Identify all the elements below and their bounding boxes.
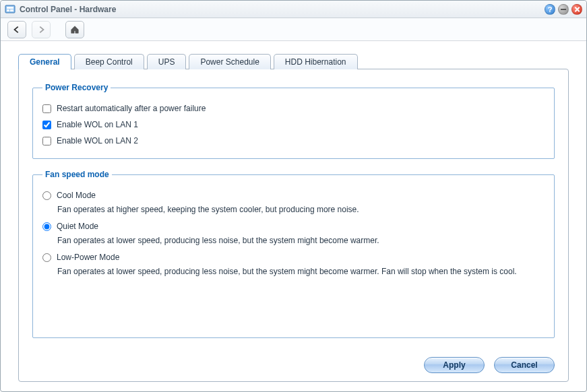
fan-speed-legend: Fan speed mode bbox=[42, 170, 112, 179]
svg-rect-2 bbox=[7, 9, 9, 11]
tab-power-schedule[interactable]: Power Schedule bbox=[189, 54, 270, 69]
nav-toolbar bbox=[1, 18, 586, 41]
home-button[interactable] bbox=[65, 21, 84, 38]
fan-quiet-label: Quiet Mode bbox=[57, 222, 98, 231]
help-button[interactable]: ? bbox=[545, 4, 555, 15]
fan-quiet-option[interactable]: Quiet Mode bbox=[42, 218, 545, 234]
power-recovery-legend: Power Recovery bbox=[42, 83, 111, 92]
tab-panel-general: Power Recovery Restart automatically aft… bbox=[18, 69, 569, 382]
fan-low-desc: Fan operates at lower speed, producing l… bbox=[57, 267, 545, 276]
fan-speed-group: Fan speed mode Cool Mode Fan operates at… bbox=[32, 170, 555, 338]
power-recovery-group: Power Recovery Restart automatically aft… bbox=[32, 83, 555, 159]
content-area: General Beep Control UPS Power Schedule … bbox=[1, 41, 586, 391]
wol-lan1-option[interactable]: Enable WOL on LAN 1 bbox=[42, 117, 545, 133]
tab-strip: General Beep Control UPS Power Schedule … bbox=[18, 53, 569, 69]
fan-low-option[interactable]: Low-Power Mode bbox=[42, 249, 545, 265]
wol-lan2-label: Enable WOL on LAN 2 bbox=[57, 136, 138, 145]
fan-cool-radio[interactable] bbox=[42, 191, 51, 200]
close-button[interactable] bbox=[571, 4, 582, 15]
tab-general[interactable]: General bbox=[18, 54, 71, 69]
wol-lan1-checkbox[interactable] bbox=[42, 121, 51, 129]
fan-quiet-desc: Fan operates at lower speed, producing l… bbox=[57, 236, 545, 245]
wol-lan2-checkbox[interactable] bbox=[42, 137, 51, 145]
control-panel-icon bbox=[5, 4, 16, 15]
back-button[interactable] bbox=[7, 21, 26, 38]
titlebar: Control Panel - Hardware ? bbox=[1, 1, 586, 18]
cancel-button[interactable]: Cancel bbox=[494, 357, 555, 373]
svg-rect-1 bbox=[7, 7, 13, 9]
restart-auto-checkbox[interactable] bbox=[42, 104, 51, 113]
wol-lan1-label: Enable WOL on LAN 1 bbox=[57, 120, 138, 129]
wol-lan2-option[interactable]: Enable WOL on LAN 2 bbox=[42, 133, 545, 149]
svg-rect-0 bbox=[5, 5, 15, 13]
arrow-right-icon bbox=[36, 25, 46, 34]
tab-hdd-hibernation[interactable]: HDD Hibernation bbox=[274, 54, 358, 69]
svg-rect-3 bbox=[10, 9, 13, 11]
arrow-left-icon bbox=[12, 25, 22, 34]
fan-low-radio[interactable] bbox=[42, 253, 51, 262]
fan-low-label: Low-Power Mode bbox=[57, 253, 119, 262]
restart-auto-option[interactable]: Restart automatically after a power fail… bbox=[42, 100, 545, 117]
dialog-buttons: Apply Cancel bbox=[32, 349, 555, 373]
fan-cool-label: Cool Mode bbox=[57, 191, 96, 200]
window-title: Control Panel - Hardware bbox=[20, 5, 542, 14]
home-icon bbox=[70, 25, 80, 34]
minimize-button[interactable] bbox=[558, 4, 569, 15]
tab-ups[interactable]: UPS bbox=[147, 54, 187, 69]
forward-button[interactable] bbox=[32, 21, 51, 38]
fan-quiet-radio[interactable] bbox=[42, 222, 51, 231]
restart-auto-label: Restart automatically after a power fail… bbox=[57, 104, 206, 113]
tab-beep-control[interactable]: Beep Control bbox=[74, 54, 144, 69]
fan-cool-option[interactable]: Cool Mode bbox=[42, 187, 545, 203]
apply-button[interactable]: Apply bbox=[424, 357, 485, 373]
fan-cool-desc: Fan operates at higher speed, keeping th… bbox=[57, 205, 545, 214]
control-panel-window: Control Panel - Hardware ? General Beep … bbox=[0, 0, 587, 392]
